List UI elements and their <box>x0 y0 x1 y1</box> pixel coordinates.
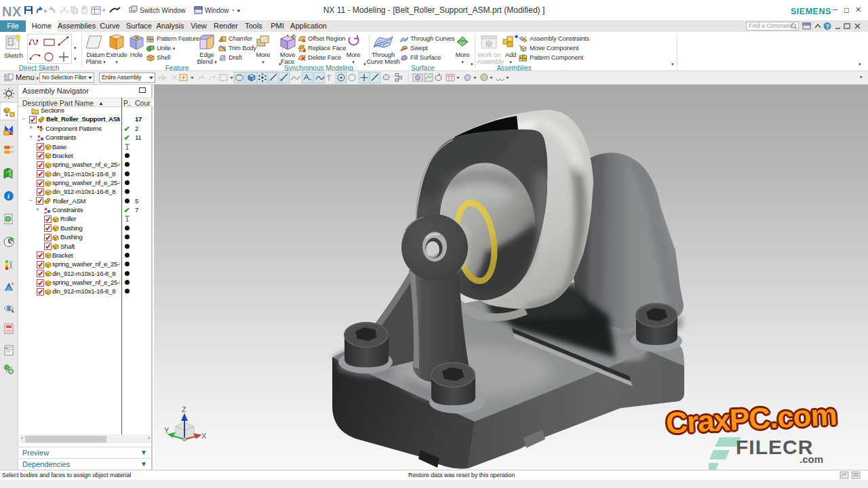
svg-text:X: X <box>201 432 207 440</box>
svg-text:?: ? <box>826 23 830 30</box>
svg-text:Z: Z <box>182 405 186 413</box>
svg-text:Y: Y <box>164 426 170 434</box>
